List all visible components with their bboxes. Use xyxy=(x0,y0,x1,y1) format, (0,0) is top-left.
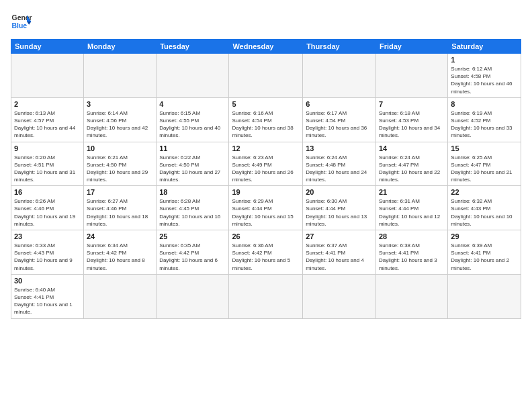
day-number: 20 xyxy=(306,188,373,196)
day-info: Sunrise: 6:14 AM Sunset: 4:56 PM Dayligh… xyxy=(87,109,153,140)
day-number: 22 xyxy=(451,188,518,196)
day-cell xyxy=(448,274,521,318)
day-cell: 18Sunrise: 6:28 AM Sunset: 4:45 PM Dayli… xyxy=(157,186,229,230)
week-row-3: 9Sunrise: 6:20 AM Sunset: 4:51 PM Daylig… xyxy=(11,142,521,186)
day-number: 23 xyxy=(14,232,81,240)
weekday-header-friday: Friday xyxy=(375,40,447,54)
day-number: 27 xyxy=(306,232,373,240)
weekday-header-wednesday: Wednesday xyxy=(229,40,303,54)
week-row-1: 1Sunrise: 6:12 AM Sunset: 4:58 PM Daylig… xyxy=(11,54,521,98)
day-number: 26 xyxy=(232,232,300,240)
day-cell: 16Sunrise: 6:26 AM Sunset: 4:46 PM Dayli… xyxy=(11,186,84,230)
day-number: 30 xyxy=(14,277,81,285)
day-info: Sunrise: 6:27 AM Sunset: 4:46 PM Dayligh… xyxy=(87,197,153,228)
day-cell: 17Sunrise: 6:27 AM Sunset: 4:46 PM Dayli… xyxy=(83,186,156,230)
day-info: Sunrise: 6:39 AM Sunset: 4:41 PM Dayligh… xyxy=(451,242,518,272)
day-cell: 10Sunrise: 6:21 AM Sunset: 4:50 PM Dayli… xyxy=(83,142,156,186)
week-row-4: 16Sunrise: 6:26 AM Sunset: 4:46 PM Dayli… xyxy=(11,186,521,230)
day-info: Sunrise: 6:23 AM Sunset: 4:49 PM Dayligh… xyxy=(232,154,300,184)
svg-marker-3 xyxy=(27,21,31,25)
day-info: Sunrise: 6:29 AM Sunset: 4:44 PM Dayligh… xyxy=(232,197,300,228)
day-info: Sunrise: 6:38 AM Sunset: 4:41 PM Dayligh… xyxy=(379,242,445,272)
day-cell xyxy=(303,54,376,98)
day-info: Sunrise: 6:32 AM Sunset: 4:43 PM Dayligh… xyxy=(451,197,518,228)
day-number: 11 xyxy=(159,144,226,152)
day-number: 3 xyxy=(87,100,153,108)
day-cell: 8Sunrise: 6:19 AM Sunset: 4:52 PM Daylig… xyxy=(448,97,521,142)
day-info: Sunrise: 6:24 AM Sunset: 4:47 PM Dayligh… xyxy=(379,154,445,184)
day-info: Sunrise: 6:22 AM Sunset: 4:50 PM Dayligh… xyxy=(159,154,226,184)
day-cell: 20Sunrise: 6:30 AM Sunset: 4:44 PM Dayli… xyxy=(303,186,376,230)
day-number: 29 xyxy=(451,232,518,240)
day-info: Sunrise: 6:21 AM Sunset: 4:50 PM Dayligh… xyxy=(87,154,153,184)
week-row-2: 2Sunrise: 6:13 AM Sunset: 4:57 PM Daylig… xyxy=(11,97,521,142)
weekday-header-saturday: Saturday xyxy=(448,40,521,54)
day-number: 8 xyxy=(451,100,518,108)
day-cell: 2Sunrise: 6:13 AM Sunset: 4:57 PM Daylig… xyxy=(11,97,84,142)
day-number: 12 xyxy=(232,144,300,152)
day-number: 24 xyxy=(87,232,153,240)
day-number: 1 xyxy=(451,56,518,64)
day-cell xyxy=(83,274,156,318)
day-info: Sunrise: 6:28 AM Sunset: 4:45 PM Dayligh… xyxy=(159,197,226,228)
day-number: 9 xyxy=(14,144,81,152)
week-row-5: 23Sunrise: 6:33 AM Sunset: 4:43 PM Dayli… xyxy=(11,230,521,275)
day-cell: 25Sunrise: 6:35 AM Sunset: 4:42 PM Dayli… xyxy=(157,230,229,275)
day-cell xyxy=(229,274,303,318)
day-info: Sunrise: 6:25 AM Sunset: 4:47 PM Dayligh… xyxy=(451,154,518,184)
day-info: Sunrise: 6:31 AM Sunset: 4:44 PM Dayligh… xyxy=(379,197,445,228)
calendar-table: SundayMondayTuesdayWednesdayThursdayFrid… xyxy=(11,39,521,319)
day-info: Sunrise: 6:30 AM Sunset: 4:44 PM Dayligh… xyxy=(306,197,373,228)
day-cell: 21Sunrise: 6:31 AM Sunset: 4:44 PM Dayli… xyxy=(375,186,447,230)
day-cell: 15Sunrise: 6:25 AM Sunset: 4:47 PM Dayli… xyxy=(448,142,521,186)
day-info: Sunrise: 6:24 AM Sunset: 4:48 PM Dayligh… xyxy=(306,154,373,184)
day-cell: 22Sunrise: 6:32 AM Sunset: 4:43 PM Dayli… xyxy=(448,186,521,230)
day-info: Sunrise: 6:15 AM Sunset: 4:55 PM Dayligh… xyxy=(159,109,226,140)
day-cell: 19Sunrise: 6:29 AM Sunset: 4:44 PM Dayli… xyxy=(229,186,303,230)
weekday-header-tuesday: Tuesday xyxy=(157,40,229,54)
weekday-header-thursday: Thursday xyxy=(303,40,376,54)
day-cell xyxy=(157,274,229,318)
logo: General Blue xyxy=(11,11,32,32)
day-number: 2 xyxy=(14,100,81,108)
day-cell xyxy=(83,54,156,98)
day-cell: 26Sunrise: 6:36 AM Sunset: 4:42 PM Dayli… xyxy=(229,230,303,275)
page: General Blue SundayMondayTuesdayWednesda… xyxy=(0,0,532,411)
day-cell: 11Sunrise: 6:22 AM Sunset: 4:50 PM Dayli… xyxy=(157,142,229,186)
day-number: 6 xyxy=(306,100,373,108)
day-info: Sunrise: 6:13 AM Sunset: 4:57 PM Dayligh… xyxy=(14,109,81,140)
day-cell: 7Sunrise: 6:18 AM Sunset: 4:53 PM Daylig… xyxy=(375,97,447,142)
day-cell: 4Sunrise: 6:15 AM Sunset: 4:55 PM Daylig… xyxy=(157,97,229,142)
day-number: 7 xyxy=(379,100,445,108)
day-info: Sunrise: 6:12 AM Sunset: 4:58 PM Dayligh… xyxy=(451,65,518,95)
day-cell xyxy=(11,54,84,98)
day-cell xyxy=(157,54,229,98)
day-cell xyxy=(375,274,447,318)
day-info: Sunrise: 6:36 AM Sunset: 4:42 PM Dayligh… xyxy=(232,242,300,272)
day-number: 15 xyxy=(451,144,518,152)
svg-text:Blue: Blue xyxy=(12,22,28,30)
day-cell: 9Sunrise: 6:20 AM Sunset: 4:51 PM Daylig… xyxy=(11,142,84,186)
day-cell: 5Sunrise: 6:16 AM Sunset: 4:54 PM Daylig… xyxy=(229,97,303,142)
day-info: Sunrise: 6:17 AM Sunset: 4:54 PM Dayligh… xyxy=(306,109,373,140)
weekday-header-row: SundayMondayTuesdayWednesdayThursdayFrid… xyxy=(11,40,521,54)
day-info: Sunrise: 6:40 AM Sunset: 4:41 PM Dayligh… xyxy=(14,286,81,316)
day-number: 4 xyxy=(159,100,226,108)
logo-icon: General Blue xyxy=(11,11,32,32)
day-number: 14 xyxy=(379,144,445,152)
weekday-header-sunday: Sunday xyxy=(11,40,84,54)
day-cell: 30Sunrise: 6:40 AM Sunset: 4:41 PM Dayli… xyxy=(11,274,84,318)
day-info: Sunrise: 6:20 AM Sunset: 4:51 PM Dayligh… xyxy=(14,154,81,184)
day-cell: 1Sunrise: 6:12 AM Sunset: 4:58 PM Daylig… xyxy=(448,54,521,98)
day-number: 21 xyxy=(379,188,445,196)
day-number: 5 xyxy=(232,100,300,108)
day-info: Sunrise: 6:37 AM Sunset: 4:41 PM Dayligh… xyxy=(306,242,373,272)
day-cell: 3Sunrise: 6:14 AM Sunset: 4:56 PM Daylig… xyxy=(83,97,156,142)
day-number: 28 xyxy=(379,232,445,240)
day-cell: 23Sunrise: 6:33 AM Sunset: 4:43 PM Dayli… xyxy=(11,230,84,275)
day-cell xyxy=(229,54,303,98)
day-number: 10 xyxy=(87,144,153,152)
week-row-6: 30Sunrise: 6:40 AM Sunset: 4:41 PM Dayli… xyxy=(11,274,521,318)
day-cell: 28Sunrise: 6:38 AM Sunset: 4:41 PM Dayli… xyxy=(375,230,447,275)
day-cell: 29Sunrise: 6:39 AM Sunset: 4:41 PM Dayli… xyxy=(448,230,521,275)
